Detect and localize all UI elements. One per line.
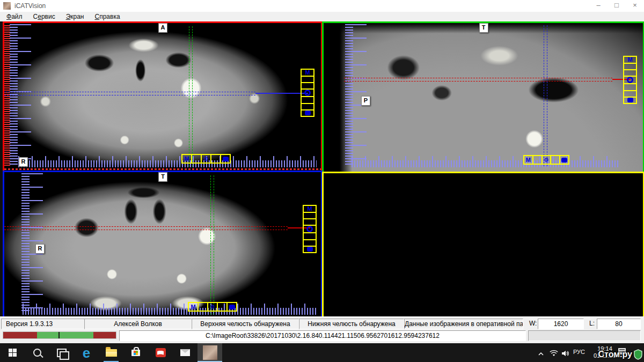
search-button[interactable] — [25, 343, 49, 362]
watermark-text: Стом.ру — [598, 350, 632, 359]
crosshair-horizontal-blue[interactable] — [4, 92, 255, 95]
slice-slider-horizontal[interactable]: M ⚙ — [181, 154, 231, 164]
slider-cell — [304, 246, 316, 252]
icatvision-thumbnail — [203, 345, 217, 360]
crosshair-vertical-green[interactable] — [210, 175, 214, 315]
menu-help[interactable]: Справка — [90, 12, 126, 21]
slider-cell — [220, 155, 230, 162]
window-level-value-field[interactable]: 80 — [597, 319, 641, 329]
microsoft-store-icon — [131, 350, 140, 356]
minimize-button[interactable]: – — [589, 0, 608, 12]
start-button[interactable] — [0, 343, 25, 362]
tray-expand-button[interactable] — [538, 349, 544, 359]
slider-cell — [197, 303, 207, 311]
ct-image-coronal — [4, 172, 321, 318]
slider-cell: ⚙ — [201, 155, 210, 162]
gear-icon[interactable]: ⚙ — [210, 304, 215, 310]
patient-name-panel: Алексей Волков — [84, 319, 192, 329]
slider-cell — [217, 303, 226, 311]
upper-jaw-status-panel: Верхняя челюсть обнаружена — [192, 319, 299, 329]
ct-image-sagittal — [324, 23, 643, 172]
slice-slider-horizontal[interactable]: M ⚙ — [523, 155, 569, 165]
slider-cell: M — [302, 70, 313, 76]
window-width-value-field[interactable]: 1620 — [538, 319, 584, 329]
slider-cell: ⚙ — [541, 156, 551, 164]
search-icon — [33, 349, 41, 357]
menu-screen[interactable]: Экран — [61, 12, 90, 21]
slider-cell — [624, 97, 636, 103]
window-controls: – □ × — [589, 0, 644, 12]
app-icon — [3, 2, 11, 10]
slider-handle-icon[interactable] — [229, 305, 235, 309]
slider-cell — [210, 155, 220, 162]
slice-slider-horizontal[interactable]: M ⚙ — [188, 302, 237, 312]
icatvision-taskbar-button[interactable] — [197, 343, 222, 362]
slider-handle-icon[interactable] — [223, 157, 229, 161]
edge-button[interactable]: e — [74, 343, 99, 362]
slider-cell — [550, 156, 559, 164]
viewport-axial[interactable]: A R M M ⚙ — [3, 21, 323, 173]
slice-position-ring-icon[interactable] — [306, 226, 313, 232]
slice-slider-vertical[interactable]: M — [623, 56, 637, 104]
ruler-bottom-major-ticks — [23, 304, 317, 315]
crosshair-horizontal-red[interactable] — [344, 78, 612, 82]
ruler-left-major-ticks — [21, 173, 43, 312]
lower-jaw-status-panel: Нижняя челюсть обнаружена — [299, 319, 404, 329]
slider-cell: M — [624, 57, 636, 63]
mpr-m-icon: M — [627, 57, 632, 63]
slider-handle-icon[interactable] — [307, 247, 313, 252]
image-path-field[interactable]: C:\ImageRoot\33826\20171030\2.16.840.114… — [119, 330, 526, 341]
language-indicator[interactable]: РУС — [573, 349, 585, 355]
slider-handle-icon[interactable] — [627, 98, 633, 102]
viewport-coronal[interactable]: T R M M ⚙ — [3, 171, 323, 320]
crosshair-vertical-green[interactable] — [189, 26, 193, 167]
slice-position-ring-icon[interactable] — [304, 90, 311, 96]
slider-cell — [302, 103, 313, 109]
ruler-bottom-red — [4, 168, 321, 170]
ct-image-axial — [4, 23, 321, 171]
menu-file[interactable]: Файл — [1, 12, 28, 21]
memory-status-panel: Данные изображения в оперативной памяти — [404, 319, 523, 329]
slider-cell — [304, 232, 316, 239]
gear-icon[interactable]: ⚙ — [203, 156, 209, 162]
slider-cell — [226, 303, 236, 311]
file-explorer-icon — [106, 349, 117, 357]
slider-handle-icon[interactable] — [305, 110, 311, 115]
volume-tray-button[interactable] — [561, 349, 569, 359]
network-tray-button[interactable] — [550, 349, 558, 359]
slice-slider-vertical[interactable]: M — [303, 205, 317, 253]
edge-browser-icon: e — [83, 346, 90, 360]
slider-handle-icon[interactable] — [561, 158, 567, 162]
ruler-left-major-ticks — [345, 24, 367, 165]
slider-cell — [532, 156, 541, 164]
mail-app-button[interactable] — [173, 343, 197, 362]
orientation-label-anterior: A — [158, 23, 167, 33]
close-button[interactable]: × — [626, 0, 644, 12]
slider-cell — [559, 156, 568, 164]
slice-position-ring-icon[interactable] — [627, 77, 633, 83]
maximize-button[interactable]: □ — [608, 0, 626, 12]
file-explorer-button[interactable] — [99, 343, 123, 362]
viewport-empty[interactable] — [322, 172, 644, 319]
window-level-label: L: — [589, 320, 595, 327]
histogram-segment-green — [37, 332, 58, 338]
slider-cell — [304, 212, 316, 218]
slice-slider-vertical[interactable]: M — [301, 69, 314, 117]
slider-cell — [304, 225, 316, 232]
open-book-icon — [157, 351, 164, 355]
ruler-bottom-major-ticks — [352, 156, 619, 167]
shield-logo-icon — [633, 349, 643, 360]
viewport-sagittal[interactable]: T P M M ⚙ — [322, 21, 644, 173]
store-button[interactable] — [123, 343, 148, 362]
reader-app-button[interactable] — [148, 343, 173, 362]
title-bar: iCATVision – □ × — [0, 0, 644, 12]
slider-cell — [304, 218, 316, 225]
crosshair-vertical-blue[interactable] — [544, 25, 547, 166]
orientation-label-top: T — [158, 172, 167, 182]
task-view-button[interactable] — [49, 343, 74, 362]
red-reader-app-icon — [156, 348, 166, 357]
menu-service[interactable]: Сервис — [28, 12, 61, 21]
gear-icon[interactable]: ⚙ — [544, 157, 549, 163]
crosshair-horizontal-red[interactable] — [4, 226, 288, 230]
orientation-label-right: R — [19, 157, 28, 167]
